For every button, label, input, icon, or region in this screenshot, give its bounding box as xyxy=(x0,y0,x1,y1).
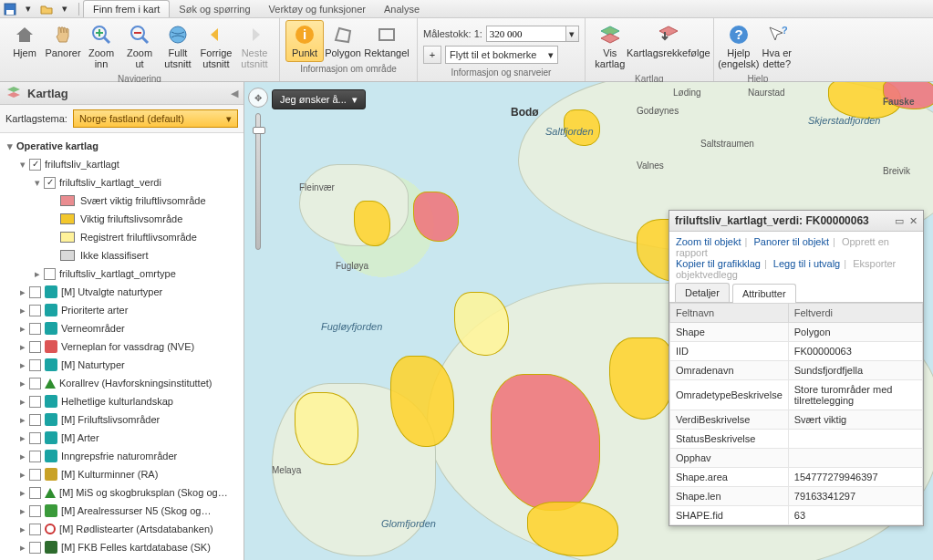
punkt-button[interactable]: iPunkt xyxy=(285,20,324,62)
tab-detaljer[interactable]: Detaljer xyxy=(675,283,730,302)
close-icon[interactable]: ✕ xyxy=(909,215,917,226)
layer-type-icon xyxy=(45,322,57,335)
theme-select[interactable]: Norge fastland (default)▾ xyxy=(73,109,238,128)
tree-item[interactable]: ▸Inngrepsfrie naturområder xyxy=(2,447,244,465)
sidebar: Kartlag ◀ Kartlagstema: Norge fastland (… xyxy=(0,82,244,560)
panel-links: Zoom til objekt| Panorer til objekt| Opp… xyxy=(669,232,923,283)
checkbox[interactable] xyxy=(29,432,41,444)
next-extent-button[interactable]: Neste utsnitt xyxy=(235,20,274,72)
checkbox[interactable] xyxy=(29,396,41,408)
checkbox[interactable] xyxy=(29,451,41,462)
checkbox[interactable] xyxy=(29,487,41,499)
table-row: OmradetypeBeskrivelseStore turområder me… xyxy=(670,380,923,410)
bookmark-select[interactable]: Flytt til et bokmerke▾ xyxy=(445,46,558,64)
tree-item[interactable]: ▸[M] Utvalgte naturtyper xyxy=(2,283,244,301)
tab-verktoy[interactable]: Verktøy og funksjoner xyxy=(260,1,375,17)
arrow-left-icon xyxy=(204,23,228,47)
tab-finn-frem[interactable]: Finn frem i kart xyxy=(83,0,170,17)
pan-nav-icon[interactable]: ✥ xyxy=(248,88,268,108)
checkbox[interactable] xyxy=(29,286,41,298)
map-label: Saltstraumen xyxy=(700,139,754,149)
tree-item[interactable]: ▸[M] Friluftslivsområder xyxy=(2,410,244,429)
tab-analyse[interactable]: Analyse xyxy=(375,1,429,17)
tree-item[interactable]: ▸[M] Naturtyper xyxy=(2,356,244,374)
open-dropdown-icon[interactable]: ▾ xyxy=(57,2,73,16)
add-bookmark-button[interactable]: + xyxy=(423,46,441,64)
link-kopier[interactable]: Kopier til grafikklag xyxy=(676,258,761,269)
tab-sok[interactable]: Søk og spørring xyxy=(170,1,259,17)
prev-extent-button[interactable]: Forrige utsnitt xyxy=(197,20,235,72)
zoom-in-button[interactable]: Zoom inn xyxy=(82,20,120,72)
map-land xyxy=(299,164,409,246)
checkbox[interactable] xyxy=(29,542,41,554)
tree-item-verdi[interactable]: ▾friluftsliv_kartlagt_verdi xyxy=(2,173,244,192)
checkbox[interactable] xyxy=(29,414,41,426)
checkbox[interactable] xyxy=(29,159,41,171)
link-legg[interactable]: Legg til i utvalg xyxy=(773,258,840,269)
tree-item[interactable]: ▸Korallrev (Havforskningsinstituttet) xyxy=(2,374,244,392)
layer-type-icon xyxy=(45,541,57,554)
checkbox[interactable] xyxy=(29,359,41,371)
scale-input[interactable] xyxy=(486,26,566,42)
tree-item[interactable]: ▸[M] Arter xyxy=(2,429,244,447)
map-feature[interactable] xyxy=(354,201,390,246)
table-row: Opphav xyxy=(670,449,923,468)
checkbox[interactable] xyxy=(29,469,41,481)
home-button[interactable]: Hjem xyxy=(5,20,44,62)
checkbox[interactable] xyxy=(29,341,41,353)
tree-item[interactable]: ▸Helhetlige kulturlandskap xyxy=(2,392,244,410)
pan-button[interactable]: Panorer xyxy=(44,20,82,62)
ribbon-group-info: iPunkt Polygon Rektangel Informasjon om … xyxy=(280,18,418,81)
help-button[interactable]: ?Hjelp (engelsk) xyxy=(720,20,758,72)
show-layers-button[interactable]: Vis kartlag xyxy=(591,20,629,72)
tree-item[interactable]: ▸[M] Kulturminner (RA) xyxy=(2,465,244,483)
checkbox[interactable] xyxy=(44,177,56,189)
map-label: Godøynes xyxy=(637,106,679,116)
tree-item[interactable]: ▸[M] Rødlistearter (Artsdatabanken) xyxy=(2,520,244,538)
tree-item[interactable]: ▸[M] FKB Felles kartdatabase (SK) xyxy=(2,538,244,556)
polygon-button[interactable]: Polygon xyxy=(324,20,362,62)
checkbox[interactable] xyxy=(29,524,41,535)
checkbox[interactable] xyxy=(29,305,41,316)
i-want-to-button[interactable]: Jeg ønsker å...▾ xyxy=(272,89,366,109)
layer-type-icon xyxy=(45,488,56,498)
rectangle-icon xyxy=(375,23,399,47)
checkbox[interactable] xyxy=(44,268,56,280)
full-extent-button[interactable]: Fullt utsnitt xyxy=(159,20,197,72)
layer-type-icon xyxy=(45,379,56,389)
map-label: Løding xyxy=(673,88,701,98)
tree-item[interactable]: ▸Prioriterte arter xyxy=(2,301,244,319)
checkbox[interactable] xyxy=(29,378,41,389)
zoom-out-button[interactable]: Zoom ut xyxy=(120,20,159,72)
zoom-thumb[interactable] xyxy=(253,127,265,134)
col-feltverdi: Feltverdi xyxy=(788,304,922,323)
tree-item[interactable]: ▸[M] MiS og skogbruksplan (Skog og… xyxy=(2,483,244,502)
whats-this-button[interactable]: ?Hva er dette? xyxy=(758,20,796,72)
tree-item-omrtype[interactable]: ▸friluftsliv_kartlagt_omrtype xyxy=(2,264,244,283)
plus-icon: + xyxy=(430,49,435,60)
map-canvas[interactable]: Bodø Saltfjorden Fugløyfjorden Fleinvær … xyxy=(244,82,933,560)
link-panorer[interactable]: Panorer til objekt xyxy=(753,236,829,247)
tree-item[interactable]: ▸Verneområder xyxy=(2,319,244,337)
save-dropdown-icon[interactable]: ▾ xyxy=(20,2,36,16)
tree-item[interactable]: ▸[M] Arealressurser N5 (Skog og… xyxy=(2,502,244,520)
restore-icon[interactable]: ▭ xyxy=(895,215,904,226)
zoom-slider[interactable] xyxy=(255,113,261,250)
checkbox[interactable] xyxy=(29,505,41,517)
layer-order-button[interactable]: Kartlagsrekkefølge xyxy=(629,20,708,62)
rectangle-button[interactable]: Rektangel xyxy=(362,20,411,62)
collapse-left-icon[interactable]: ◀ xyxy=(231,88,238,99)
scale-dropdown[interactable]: ▾ xyxy=(566,26,579,42)
save-icon[interactable] xyxy=(2,2,18,16)
open-icon[interactable] xyxy=(38,2,55,16)
tree-item[interactable]: ▸Verneplan for vassdrag (NVE) xyxy=(2,337,244,356)
link-zoom[interactable]: Zoom til objekt xyxy=(676,236,741,247)
table-row: StatusBeskrivelse xyxy=(670,430,923,449)
tree-group-operative[interactable]: ▾Operative kartlag xyxy=(2,137,244,155)
table-row: Shape.len79163341297 xyxy=(670,487,923,506)
checkbox[interactable] xyxy=(29,323,41,335)
tab-attributter[interactable]: Attributter xyxy=(732,284,796,303)
layer-tree[interactable]: ▾Operative kartlag ▾friluftsliv_kartlagt… xyxy=(0,133,244,560)
chevron-down-icon: ▾ xyxy=(548,49,554,61)
tree-item-friluftsliv[interactable]: ▾friluftsliv_kartlagt xyxy=(2,155,244,173)
